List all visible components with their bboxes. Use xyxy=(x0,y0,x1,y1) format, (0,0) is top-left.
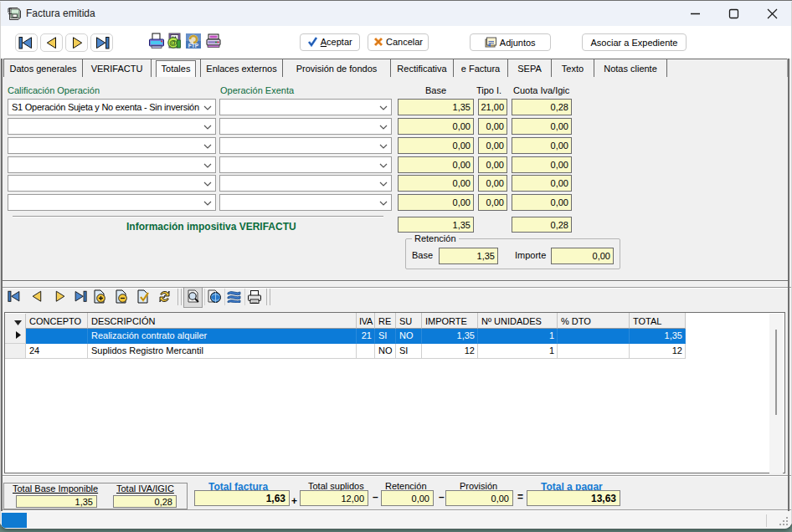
svg-text:@: @ xyxy=(169,38,177,47)
svg-text:FTP: FTP xyxy=(188,43,199,49)
